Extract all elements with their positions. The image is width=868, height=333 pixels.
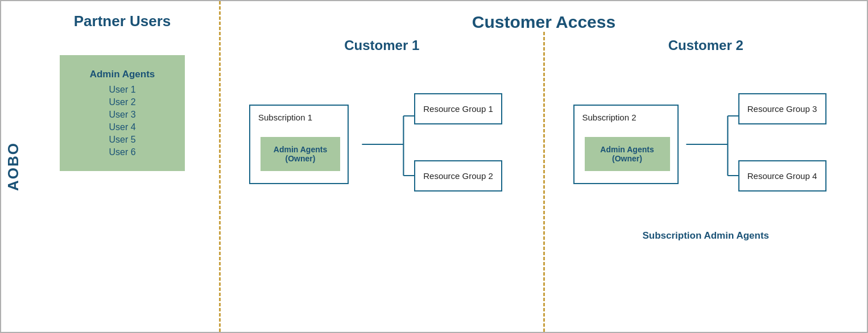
resource-group-1-box: Resource Group 1 — [414, 93, 502, 124]
resource-group-4-label: Resource Group 4 — [747, 171, 817, 181]
user-5: User 5 — [109, 135, 135, 145]
user-1: User 1 — [109, 85, 135, 95]
aobo-label: AOBO — [1, 1, 26, 332]
customer-1-diagram: Subscription 1 Admin Agents(Owner) Resou… — [221, 70, 543, 241]
user-6: User 6 — [109, 147, 135, 157]
diagram-container: AOBO Partner Users Admin Agents User 1 U… — [0, 0, 868, 333]
customer-access-title: Customer Access — [472, 13, 615, 32]
subscription-1-label: Subscription 1 — [258, 113, 312, 122]
customer-2-section: Customer 2 — [545, 32, 867, 242]
admin-agents-box: Admin Agents User 1 User 2 User 3 User 4… — [60, 55, 185, 171]
subscription-2-box: Subscription 2 Admin Agents(Owner) — [573, 105, 679, 184]
subscription-2-label: Subscription 2 — [582, 113, 636, 122]
customer-1-admin-owner: Admin Agents(Owner) — [261, 137, 340, 171]
customer-1-section: Customer 1 — [221, 32, 543, 241]
subscription-admin-agents-label: Subscription Admin Agents — [545, 230, 867, 242]
user-4: User 4 — [109, 122, 135, 132]
customer-2-title: Customer 2 — [668, 38, 743, 53]
resource-group-4-box: Resource Group 4 — [738, 160, 826, 192]
partner-users-section: Partner Users Admin Agents User 1 User 2… — [26, 1, 219, 332]
partner-users-title: Partner Users — [74, 13, 171, 30]
user-2: User 2 — [109, 97, 135, 107]
customer-2-diagram: Subscription 2 Admin Agents(Owner) Resou… — [545, 70, 867, 241]
customers-row: Customer 1 — [221, 32, 867, 332]
customer-2-admin-owner: Admin Agents(Owner) — [585, 137, 670, 171]
resource-group-1-label: Resource Group 1 — [423, 104, 493, 114]
subscription-1-box: Subscription 1 Admin Agents(Owner) — [249, 105, 349, 184]
admin-agents-title: Admin Agents — [90, 69, 155, 80]
resource-group-3-label: Resource Group 3 — [747, 104, 817, 114]
customer-1-title: Customer 1 — [344, 38, 419, 53]
resource-group-2-box: Resource Group 2 — [414, 160, 502, 192]
customer-access-section: Customer Access Customer 1 — [221, 1, 867, 332]
resource-group-3-box: Resource Group 3 — [738, 93, 826, 124]
resource-group-2-label: Resource Group 2 — [423, 171, 493, 181]
user-3: User 3 — [109, 110, 135, 120]
